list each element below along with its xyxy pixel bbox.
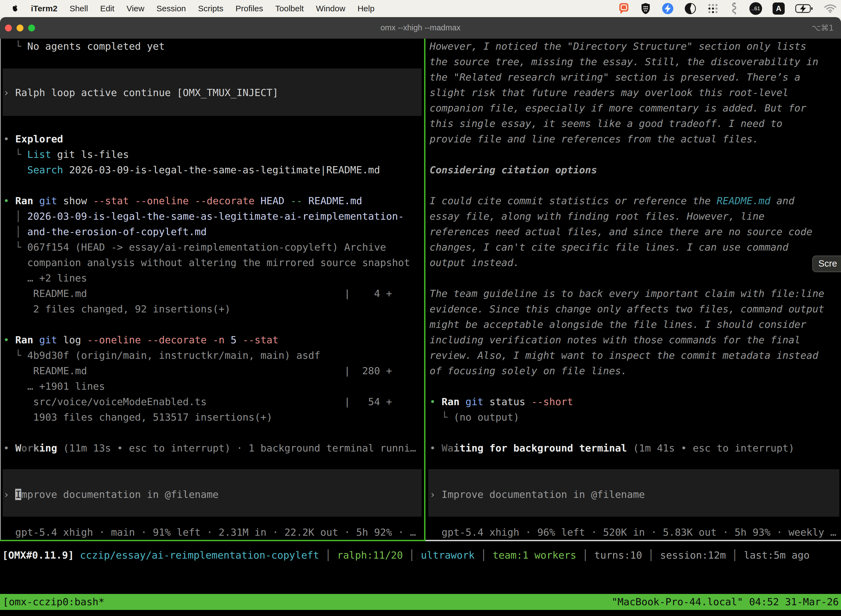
terminal-line: The team guideline is to back every impo… — [429, 286, 824, 301]
terminal-line: including verification notes with those … — [429, 332, 824, 348]
terminal-line — [429, 425, 824, 440]
menubar-items: iTerm2ShellEditViewSessionScriptsProfile… — [0, 4, 374, 13]
right-pane-model-status: gpt-5.4 xhigh · 96% left · 520K in · 5.8… — [429, 525, 836, 540]
menu-view[interactable]: View — [127, 4, 144, 13]
window-shortcut-badge: ⌥⌘1 — [812, 23, 834, 32]
shield-icon[interactable] — [640, 2, 651, 15]
compass-icon[interactable] — [662, 3, 674, 15]
keyboard-a-icon[interactable]: A — [772, 3, 785, 15]
menu-help[interactable]: Help — [357, 4, 375, 13]
menu-toolbelt[interactable]: Toolbelt — [275, 4, 304, 13]
terminal-line: [OMX#0.11.9] cczip/essay/ai-reimplementa… — [2, 547, 810, 563]
terminal-line: essay file, along with finding root file… — [429, 209, 824, 224]
terminal-line: │ and-the-erosion-of-copyleft.md — [3, 224, 416, 239]
terminal-line — [429, 270, 824, 286]
squiggle-icon[interactable] — [730, 2, 739, 15]
tmux-host-clock: "MacBook-Pro-44.local" 04:52 31-Mar-26 — [611, 594, 839, 610]
pie-icon[interactable] — [684, 3, 696, 15]
window-titlebar: omx --xhigh --madmax ⌥⌘1 — [0, 17, 841, 39]
menu-edit[interactable]: Edit — [100, 4, 114, 13]
terminal-line: │ 2026-03-09-is-legal-the-same-as-legiti… — [3, 209, 416, 224]
terminal-line: review. Also, I might want to inspect th… — [429, 348, 824, 363]
terminal-line: companion analysis without altering the … — [3, 255, 416, 270]
terminal-line: the "Related research writing" section i… — [429, 70, 824, 85]
omx-status-line: [OMX#0.11.9] cczip/essay/ai-reimplementa… — [2, 547, 810, 563]
terminal-line: changes, I can't cite specific file line… — [429, 239, 824, 255]
terminal-line: • Ran git log --oneline --decorate -n 5 … — [3, 332, 416, 348]
terminal-line: … +1901 lines — [3, 378, 416, 394]
terminal-line — [3, 178, 416, 193]
terminal-line: I could cite commit statistics or refere… — [429, 193, 824, 209]
terminal-line: • Working (11m 13s • esc to interrupt) ·… — [3, 440, 416, 456]
terminal-line: › Ralph loop active continue [OMX_TMUX_I… — [3, 85, 416, 100]
terminal-line: • Ran git status --short — [429, 394, 824, 409]
terminal-line: output instead. — [429, 255, 824, 270]
terminal-line: companion file, especially if more comme… — [429, 100, 824, 116]
right-pane-lines: However, I noticed the "Directory Struct… — [429, 39, 824, 502]
terminal-line: › Improve documentation in @filename — [429, 487, 824, 502]
left-pane-model-status: gpt-5.4 xhigh · main · 91% left · 2.31M … — [3, 525, 416, 540]
terminal-line — [429, 378, 824, 394]
pane-divider[interactable] — [424, 39, 425, 541]
apple-menu-icon[interactable] — [12, 4, 19, 13]
terminal-line: README.md | 4 + — [3, 286, 416, 301]
terminal-line: references need actual files, and since … — [429, 224, 824, 239]
terminal-line: src/voice/voiceModeEnabled.ts | 54 + — [3, 394, 416, 409]
terminal-line — [3, 54, 416, 70]
terminal-line: evidence. Since this change only affects… — [429, 301, 824, 317]
tmux-session-window[interactable]: [omx-cczip0:bash* — [3, 594, 104, 610]
menu-window[interactable]: Window — [316, 4, 346, 13]
terminal-line — [3, 425, 416, 440]
terminal-line: gpt-5.4 xhigh · 96% left · 520K in · 5.8… — [429, 525, 836, 540]
terminal-line: provide file and line references from th… — [429, 131, 824, 147]
terminal-line: of focusing solely on file lines. — [429, 363, 824, 378]
terminal-line: might be acceptable alongside the file l… — [429, 317, 824, 332]
terminal-line: … +2 lines — [3, 270, 416, 286]
terminal-line: └ No agents completed yet — [3, 39, 416, 54]
menu-scripts[interactable]: Scripts — [198, 4, 224, 13]
terminal-line: › Improve documentation in @filename — [3, 487, 416, 502]
screen-overlay-tip[interactable]: Scre — [812, 255, 841, 272]
terminal-line: └ 4b9d30f (origin/main, instructkr/main,… — [3, 348, 416, 363]
terminal-line: └ (no output) — [429, 409, 824, 425]
terminal-line: └ List git ls-files — [3, 147, 416, 162]
dots-grid-icon[interactable] — [707, 3, 719, 15]
menu-session[interactable]: Session — [157, 4, 186, 13]
terminal-line: 1903 files changed, 513517 insertions(+) — [3, 409, 416, 425]
wifi-icon[interactable] — [824, 4, 837, 13]
terminal-line — [3, 100, 416, 116]
menu-shell[interactable]: Shell — [70, 4, 88, 13]
left-pane-bottom-border — [0, 540, 425, 541]
menubar: iTerm2ShellEditViewSessionScriptsProfile… — [0, 0, 841, 17]
tmux-status-bar: [omx-cczip0:bash* "MacBook-Pro-44.local"… — [0, 594, 841, 610]
menu-profiles[interactable]: Profiles — [235, 4, 263, 13]
terminal-line: this single essay, it seems like a good … — [429, 116, 824, 131]
terminal-line — [429, 147, 824, 162]
terminal-line: 2 files changed, 92 insertions(+) — [3, 301, 416, 317]
terminal-line: • Explored — [3, 131, 416, 147]
terminal-line — [429, 178, 824, 193]
battery-icon[interactable] — [795, 3, 813, 14]
terminal-line — [3, 471, 416, 487]
terminal-line: the source tree, missing the essay. Stil… — [429, 54, 824, 70]
terminal-line: However, I noticed the "Directory Struct… — [429, 39, 824, 54]
terminal-line — [429, 471, 824, 487]
terminal-line: README.md | 280 + — [3, 363, 416, 378]
chat-icon[interactable] — [618, 3, 630, 15]
terminal-line: • Ran git show --stat --oneline --decora… — [3, 193, 416, 209]
terminal-line: gpt-5.4 xhigh · main · 91% left · 2.31M … — [3, 525, 416, 540]
terminal-line — [3, 70, 416, 85]
terminal-line — [3, 116, 416, 131]
right-pane-bottom-border — [425, 540, 841, 541]
menubar-status-icons: ..61 A — [618, 0, 837, 17]
terminal-line: Search 2026-03-09-is-legal-the-same-as-l… — [3, 162, 416, 178]
badge-61-icon[interactable]: ..61 — [749, 2, 762, 15]
terminal-line: Considering citation options — [429, 162, 824, 178]
left-pane-lines: └ No agents completed yet › Ralph loop a… — [3, 39, 416, 502]
window-title: omx --xhigh --madmax — [0, 23, 841, 32]
terminal-line: slight risk that future readers may over… — [429, 85, 824, 100]
terminal-line: • Waiting for background terminal (1m 41… — [429, 440, 824, 456]
terminal-line — [429, 456, 824, 471]
menu-iterm2[interactable]: iTerm2 — [31, 4, 57, 13]
terminal-line — [3, 456, 416, 471]
